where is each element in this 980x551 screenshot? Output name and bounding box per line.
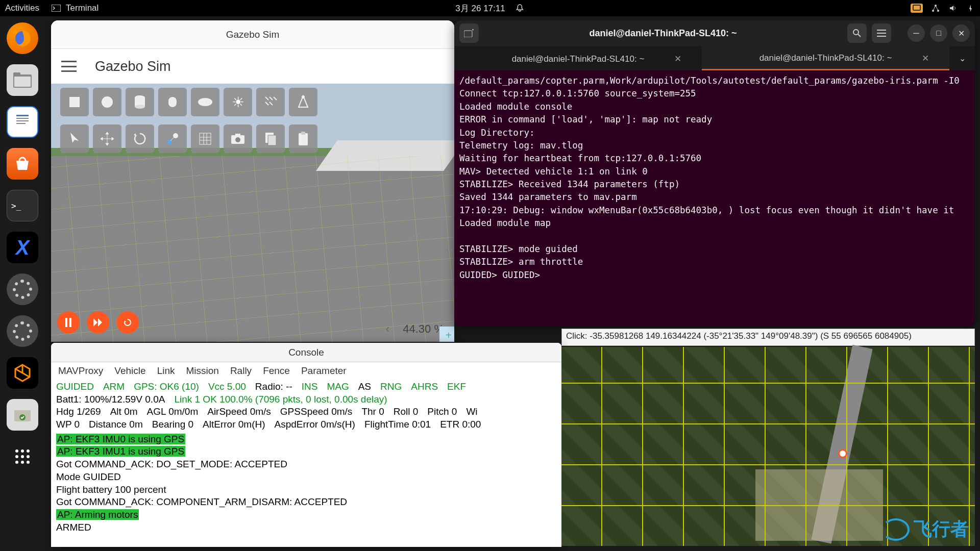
hamburger-menu-icon[interactable] — [61, 61, 77, 72]
rtf-value: 44.30 % — [403, 322, 444, 335]
svg-rect-43 — [299, 133, 308, 145]
console-title: Console — [288, 347, 324, 358]
network-icon[interactable] — [931, 4, 940, 13]
paste-button[interactable] — [289, 124, 317, 153]
sphere-shape-button[interactable] — [93, 88, 121, 116]
current-app-name: Terminal — [66, 3, 99, 13]
console-window: Console MAVProxy Vehicle Link Mission Ra… — [51, 343, 561, 547]
directional-light-button[interactable] — [256, 88, 285, 116]
status-rng: RNG — [380, 381, 402, 393]
status-alterr: AltError 0m(H) — [203, 418, 265, 431]
status-agl: AGL 0m/0m — [147, 406, 199, 418]
screenshot-button[interactable] — [224, 124, 252, 153]
new-tab-button[interactable] — [459, 23, 479, 43]
log-line: ARMED — [56, 521, 556, 534]
svg-point-23 — [21, 461, 24, 464]
activities-button[interactable]: Activities — [5, 3, 39, 13]
dock-settings-1[interactable] — [7, 273, 38, 305]
maximize-button[interactable]: □ — [930, 24, 947, 42]
rotate-tool-button[interactable] — [126, 124, 154, 153]
menu-button[interactable] — [872, 23, 891, 43]
menu-mission[interactable]: Mission — [186, 365, 218, 377]
svg-point-28 — [102, 96, 113, 108]
volume-icon[interactable] — [948, 4, 958, 13]
svg-rect-12 — [16, 120, 29, 121]
grid-snap-button[interactable] — [191, 124, 219, 153]
sim-controls — [57, 311, 139, 334]
svg-point-24 — [27, 461, 30, 464]
menu-mavproxy[interactable]: MAVProxy — [58, 365, 103, 377]
copy-button[interactable] — [256, 124, 285, 153]
spot-light-button[interactable] — [289, 88, 317, 116]
dock-terminal[interactable]: >_ — [7, 190, 38, 221]
svg-point-20 — [21, 455, 24, 458]
chevron-left-icon[interactable]: ‹ — [386, 322, 389, 335]
log-line: AP: EKF3 IMU0 is using GPS — [56, 433, 556, 446]
gravity-panel[interactable]: +Gravity — [439, 326, 454, 342]
tab-label: daniel@daniel-ThinkPad-SL410: ~ — [512, 54, 645, 64]
dock-settings-2[interactable] — [7, 315, 38, 347]
console-status: GUIDED ARM GPS: OK6 (10) Vcc 5.00 Radio:… — [51, 380, 561, 432]
console-titlebar[interactable]: Console — [51, 343, 561, 362]
box-shape-button[interactable] — [60, 88, 89, 116]
terminal-tab-2[interactable]: daniel@daniel-ThinkPad-SL410: ~ ✕ — [702, 46, 949, 70]
current-app-indicator[interactable]: Terminal — [52, 3, 99, 13]
reset-button[interactable] — [116, 311, 139, 334]
dock-firefox[interactable] — [7, 22, 38, 54]
svg-rect-11 — [16, 118, 29, 119]
terminal-window: daniel@daniel-ThinkPad-SL410: ~ ─ □ ✕ da… — [454, 20, 975, 327]
capsule-shape-button[interactable] — [158, 88, 187, 116]
clock[interactable]: 3月 26 17:11 — [455, 3, 505, 14]
tabs-dropdown-button[interactable]: ⌄ — [949, 46, 975, 70]
translate-tool-button[interactable] — [93, 124, 121, 153]
map-click-info: Click: -35.35981268 149.16344224 (-35°21… — [561, 329, 975, 346]
map-satellite-view[interactable]: 飞行者 — [561, 347, 975, 546]
power-icon[interactable] — [966, 4, 975, 13]
close-tab-icon[interactable]: ✕ — [922, 53, 929, 64]
dock-archive[interactable] — [7, 399, 38, 431]
dock-text-editor[interactable]: X — [7, 232, 38, 263]
svg-rect-32 — [168, 97, 177, 107]
svg-point-34 — [302, 95, 305, 98]
pause-button[interactable] — [57, 311, 80, 334]
close-tab-icon[interactable]: ✕ — [674, 54, 681, 64]
scale-tool-button[interactable] — [158, 124, 187, 153]
terminal-output[interactable]: /default_params/copter.parm,Work/ardupil… — [454, 70, 975, 286]
menu-fence[interactable]: Fence — [263, 365, 290, 377]
dock-show-apps[interactable] — [7, 441, 38, 472]
map-window[interactable]: 飞行者 — [561, 347, 975, 546]
dock-software-center[interactable] — [7, 148, 38, 180]
dock-gazebo[interactable] — [7, 357, 38, 389]
close-button[interactable]: ✕ — [952, 24, 970, 42]
status-ahrs: AHRS — [411, 381, 438, 393]
menu-vehicle[interactable]: Vehicle — [114, 365, 145, 377]
svg-rect-42 — [268, 135, 276, 145]
terminal-tab-1[interactable]: daniel@daniel-ThinkPad-SL410: ~ ✕ — [454, 46, 702, 70]
point-light-button[interactable]: ☀ — [224, 88, 252, 116]
log-line: Flight battery 100 percent — [56, 484, 556, 496]
status-roll: Roll 0 — [394, 406, 419, 418]
cylinder-shape-button[interactable] — [126, 88, 154, 116]
menu-rally[interactable]: Rally — [230, 365, 252, 377]
search-button[interactable] — [847, 23, 867, 43]
screen-share-icon[interactable] — [911, 4, 923, 13]
gazebo-toolbars: ☀ — [56, 84, 322, 157]
terminal-titlebar[interactable]: daniel@daniel-ThinkPad-SL410: ~ ─ □ ✕ — [454, 20, 975, 46]
svg-rect-37 — [200, 133, 211, 144]
gazebo-titlebar[interactable]: Gazebo Sim — [51, 20, 454, 49]
dock-libreoffice-writer[interactable] — [7, 106, 38, 138]
status-distance: Distance 0m — [89, 418, 143, 431]
dock-files[interactable] — [7, 64, 38, 96]
log-line: AP: EKF3 IMU1 is using GPS — [56, 445, 556, 458]
notification-bell-icon[interactable] — [516, 4, 525, 13]
svg-rect-27 — [69, 97, 80, 107]
svg-rect-45 — [464, 31, 472, 37]
step-button[interactable] — [87, 311, 109, 334]
select-tool-button[interactable] — [60, 124, 89, 153]
minimize-button[interactable]: ─ — [908, 24, 925, 42]
log-line: AP: Arming motors — [56, 509, 556, 521]
menu-parameter[interactable]: Parameter — [301, 365, 347, 377]
ellipsoid-shape-button[interactable] — [191, 88, 219, 116]
svg-point-22 — [15, 461, 18, 464]
menu-link[interactable]: Link — [157, 365, 175, 377]
